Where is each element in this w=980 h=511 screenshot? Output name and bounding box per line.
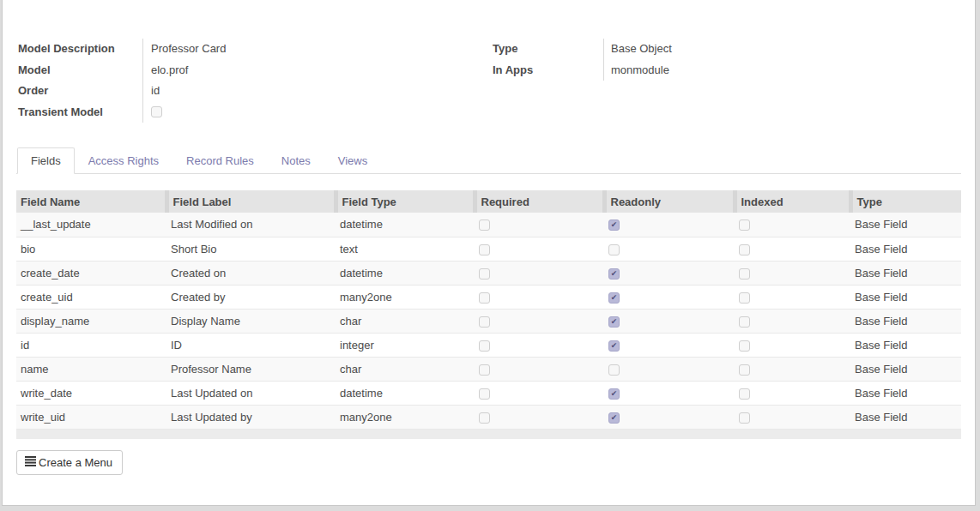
- cell-type[interactable]: Base Field: [850, 261, 961, 285]
- readonly-checkbox[interactable]: [608, 244, 620, 256]
- tab-notes[interactable]: Notes: [268, 147, 324, 174]
- cell-field-label[interactable]: Display Name: [166, 309, 336, 333]
- cell-field-label[interactable]: ID: [166, 333, 336, 357]
- cell-field-name[interactable]: create_uid: [16, 285, 166, 309]
- tab-fields[interactable]: Fields: [17, 147, 75, 174]
- cell-type[interactable]: Base Field: [850, 381, 961, 405]
- tab-record-rules[interactable]: Record Rules: [172, 147, 268, 174]
- cell-field-name[interactable]: id: [16, 333, 166, 357]
- readonly-checkbox[interactable]: ✔: [608, 268, 620, 280]
- cell-readonly[interactable]: [604, 237, 735, 261]
- create-a-menu-button[interactable]: Create a Menu: [16, 450, 123, 475]
- readonly-checkbox[interactable]: ✔: [608, 292, 620, 304]
- cell-field-name[interactable]: bio: [16, 237, 166, 261]
- required-checkbox[interactable]: [479, 316, 490, 328]
- cell-indexed[interactable]: [735, 213, 850, 237]
- column-header-field-name[interactable]: Field Name: [16, 190, 166, 213]
- transient-model-checkbox[interactable]: [151, 106, 162, 117]
- required-checkbox[interactable]: [479, 412, 490, 424]
- cell-field-name[interactable]: write_uid: [16, 405, 166, 429]
- cell-required[interactable]: [475, 333, 604, 357]
- cell-indexed[interactable]: [735, 405, 850, 429]
- required-checkbox[interactable]: [479, 388, 490, 400]
- cell-field-name[interactable]: __last_update: [16, 213, 166, 237]
- cell-readonly[interactable]: ✔: [604, 333, 735, 357]
- indexed-checkbox[interactable]: [739, 412, 750, 424]
- indexed-checkbox[interactable]: [739, 292, 750, 304]
- cell-field-label[interactable]: Last Updated on: [166, 381, 336, 405]
- cell-required[interactable]: [475, 405, 604, 429]
- table-row[interactable]: write_dateLast Updated ondatetime✔Base F…: [16, 381, 961, 405]
- tab-views[interactable]: Views: [324, 147, 381, 174]
- cell-field-type[interactable]: char: [336, 357, 475, 381]
- cell-type[interactable]: Base Field: [850, 285, 961, 309]
- table-row[interactable]: __last_updateLast Modified ondatetime✔Ba…: [16, 213, 961, 237]
- cell-indexed[interactable]: [735, 237, 850, 261]
- readonly-checkbox[interactable]: ✔: [608, 316, 620, 328]
- indexed-checkbox[interactable]: [739, 219, 750, 231]
- cell-field-type[interactable]: integer: [336, 333, 475, 357]
- cell-field-label[interactable]: Created on: [166, 261, 336, 285]
- cell-indexed[interactable]: [735, 333, 850, 357]
- cell-field-name[interactable]: name: [16, 357, 166, 381]
- cell-indexed[interactable]: [735, 261, 850, 285]
- cell-required[interactable]: [475, 309, 604, 333]
- cell-field-name[interactable]: write_date: [16, 381, 166, 405]
- cell-field-label[interactable]: Short Bio: [166, 237, 336, 261]
- required-checkbox[interactable]: [479, 268, 490, 280]
- cell-field-label[interactable]: Last Modified on: [166, 213, 336, 237]
- table-row[interactable]: write_uidLast Updated bymany2one✔Base Fi…: [16, 405, 961, 429]
- indexed-checkbox[interactable]: [739, 340, 750, 352]
- cell-field-type[interactable]: char: [336, 309, 475, 333]
- readonly-checkbox[interactable]: ✔: [608, 219, 620, 231]
- cell-required[interactable]: [475, 237, 604, 261]
- tab-access-rights[interactable]: Access Rights: [75, 147, 172, 174]
- required-checkbox[interactable]: [479, 340, 490, 352]
- cell-type[interactable]: Base Field: [850, 213, 961, 237]
- column-header-type[interactable]: Type: [850, 190, 961, 213]
- cell-field-name[interactable]: create_date: [16, 261, 166, 285]
- required-checkbox[interactable]: [479, 244, 490, 256]
- cell-field-type[interactable]: datetime: [336, 261, 475, 285]
- table-row[interactable]: bioShort BiotextBase Field: [16, 237, 961, 261]
- cell-field-type[interactable]: many2one: [336, 285, 475, 309]
- cell-field-type[interactable]: text: [336, 237, 475, 261]
- cell-type[interactable]: Base Field: [850, 333, 961, 357]
- column-header-readonly[interactable]: Readonly: [604, 190, 735, 213]
- cell-readonly[interactable]: ✔: [604, 309, 735, 333]
- cell-field-label[interactable]: Last Updated by: [166, 405, 336, 429]
- cell-required[interactable]: [475, 285, 604, 309]
- required-checkbox[interactable]: [479, 219, 490, 231]
- column-header-field-type[interactable]: Field Type: [336, 190, 475, 213]
- indexed-checkbox[interactable]: [739, 388, 750, 400]
- column-header-field-label[interactable]: Field Label: [166, 190, 336, 213]
- cell-indexed[interactable]: [735, 309, 850, 333]
- table-row[interactable]: create_dateCreated ondatetime✔Base Field: [16, 261, 961, 285]
- cell-type[interactable]: Base Field: [850, 357, 961, 381]
- cell-indexed[interactable]: [735, 381, 850, 405]
- cell-readonly[interactable]: ✔: [604, 405, 735, 429]
- cell-readonly[interactable]: ✔: [604, 261, 735, 285]
- required-checkbox[interactable]: [479, 364, 490, 376]
- table-row[interactable]: idIDinteger✔Base Field: [16, 333, 961, 357]
- cell-field-label[interactable]: Created by: [166, 285, 336, 309]
- table-row[interactable]: display_nameDisplay Namechar✔Base Field: [16, 309, 961, 333]
- cell-field-type[interactable]: datetime: [336, 213, 475, 237]
- column-header-required[interactable]: Required: [475, 190, 604, 213]
- readonly-checkbox[interactable]: ✔: [608, 388, 620, 400]
- cell-field-name[interactable]: display_name: [16, 309, 166, 333]
- readonly-checkbox[interactable]: ✔: [608, 412, 620, 424]
- cell-readonly[interactable]: ✔: [604, 213, 735, 237]
- cell-type[interactable]: Base Field: [850, 237, 961, 261]
- cell-field-label[interactable]: Professor Name: [166, 357, 336, 381]
- cell-indexed[interactable]: [735, 285, 850, 309]
- readonly-checkbox[interactable]: ✔: [608, 340, 620, 352]
- table-row[interactable]: create_uidCreated bymany2one✔Base Field: [16, 285, 961, 309]
- indexed-checkbox[interactable]: [739, 268, 750, 280]
- required-checkbox[interactable]: [479, 292, 490, 304]
- cell-required[interactable]: [475, 213, 604, 237]
- column-header-indexed[interactable]: Indexed: [735, 190, 850, 213]
- indexed-checkbox[interactable]: [739, 364, 750, 376]
- cell-field-type[interactable]: many2one: [336, 405, 475, 429]
- cell-readonly[interactable]: ✔: [604, 285, 735, 309]
